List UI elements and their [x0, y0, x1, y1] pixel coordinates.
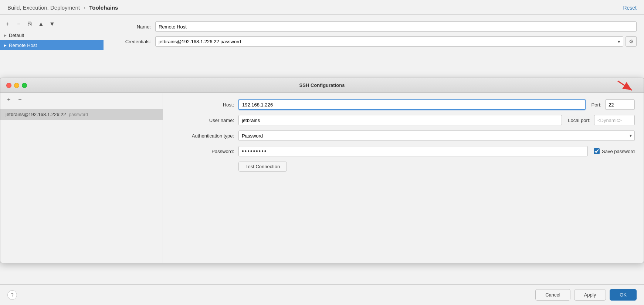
host-label: Host: — [172, 102, 238, 108]
password-row: Password: Save password — [172, 146, 635, 156]
test-connection-button[interactable]: Test Connection — [238, 162, 287, 172]
sidebar-item-label: Default — [9, 33, 24, 38]
auth-type-select[interactable]: Password Key pair OpenSSH config and aut… — [238, 131, 635, 141]
name-label: Name: — [111, 24, 155, 30]
copy-toolchain-button[interactable]: ⎘ — [25, 20, 35, 28]
ssh-body: + − jetbrains@192.168.1.226:22 password … — [0, 93, 644, 263]
sidebar-item-default[interactable]: ▶ Default — [0, 30, 104, 40]
save-password-checkbox[interactable] — [594, 148, 600, 154]
ok-button[interactable]: OK — [610, 289, 637, 301]
ssh-dialog: SSH Configurations + − — [0, 78, 644, 263]
bottom-bar: ? Cancel Apply OK — [0, 284, 644, 305]
credentials-select[interactable]: jetbrains@192.168.1.226:22 password — [155, 36, 623, 47]
ssh-sidebar: + − jetbrains@192.168.1.226:22 password — [0, 93, 163, 263]
top-header: Build, Execution, Deployment › Toolchain… — [0, 0, 644, 15]
sidebar-item-remote-host[interactable]: ▶ Remote Host — [0, 40, 104, 50]
local-port-label: Local port: — [568, 118, 590, 123]
breadcrumb-parent: Build, Execution, Deployment — [7, 4, 80, 11]
ssh-list-item[interactable]: jetbrains@192.168.1.226:22 password — [0, 109, 163, 120]
auth-type-select-wrap: Password Key pair OpenSSH config and aut… — [238, 131, 635, 141]
cancel-button[interactable]: Cancel — [535, 289, 570, 301]
credentials-gear-button[interactable]: ⚙ — [626, 36, 637, 47]
auth-type-label: Authentication type: — [172, 133, 238, 139]
action-buttons: Cancel Apply OK — [535, 289, 637, 301]
move-down-button[interactable]: ▼ — [47, 20, 57, 28]
apply-button[interactable]: Apply — [574, 289, 606, 301]
svg-line-1 — [618, 81, 632, 90]
port-label: Port: — [592, 102, 601, 108]
username-input[interactable] — [238, 115, 562, 125]
name-input[interactable] — [155, 21, 637, 32]
sidebar-arrow-icon: ▶ — [4, 33, 7, 37]
outer-dialog: Build, Execution, Deployment › Toolchain… — [0, 0, 644, 305]
ssh-dialog-title: SSH Configurations — [299, 82, 345, 88]
move-up-button[interactable]: ▲ — [36, 20, 46, 28]
close-window-button[interactable] — [6, 83, 11, 88]
ssh-credential-type: password — [69, 112, 88, 117]
breadcrumb: Build, Execution, Deployment › Toolchain… — [7, 4, 118, 11]
local-port-input[interactable] — [594, 115, 635, 125]
sidebar-item-label-selected: Remote Host — [9, 43, 37, 48]
gear-icon: ⚙ — [629, 38, 634, 44]
credentials-label: Credentials: — [111, 39, 155, 44]
host-row: Host: Port: — [172, 99, 635, 110]
username-label: User name: — [172, 118, 238, 123]
remove-toolchain-button[interactable]: − — [14, 20, 24, 28]
ssh-titlebar: SSH Configurations — [0, 78, 644, 93]
save-password-label: Save password — [602, 149, 635, 154]
breadcrumb-current: Toolchains — [89, 4, 118, 11]
port-input[interactable] — [605, 99, 635, 110]
save-password-section: Save password — [594, 148, 635, 154]
ssh-list: jetbrains@192.168.1.226:22 password — [0, 107, 163, 263]
sidebar-arrow-icon-selected: ▶ — [4, 43, 7, 47]
minimize-window-button[interactable] — [14, 83, 19, 88]
window-controls — [6, 83, 27, 88]
port-section: Port: — [592, 99, 635, 110]
test-connection-row: Test Connection — [238, 162, 635, 172]
ssh-form-panel: Host: Port: User name: Local port: — [163, 93, 644, 263]
annotation-arrow — [614, 78, 636, 95]
sidebar-toolbar: + − ⎘ ▲ ▼ — [0, 18, 104, 30]
credentials-input-wrap: jetbrains@192.168.1.226:22 password ▾ — [155, 36, 623, 47]
ssh-sidebar-toolbar: + − — [0, 93, 163, 107]
local-port-section: Local port: — [568, 115, 635, 125]
username-row: User name: Local port: — [172, 115, 635, 125]
reset-button[interactable]: Reset — [623, 5, 637, 11]
help-button[interactable]: ? — [7, 290, 17, 300]
name-row: Name: — [111, 21, 637, 32]
password-input[interactable] — [238, 146, 588, 156]
copy-icon: ⎘ — [28, 21, 32, 27]
breadcrumb-separator: › — [84, 4, 85, 11]
ssh-remove-button[interactable]: − — [15, 96, 25, 104]
credentials-row: Credentials: jetbrains@192.168.1.226:22 … — [111, 36, 637, 47]
maximize-window-button[interactable] — [22, 83, 27, 88]
add-toolchain-button[interactable]: + — [3, 20, 13, 28]
password-label: Password: — [172, 149, 238, 154]
auth-type-row: Authentication type: Password Key pair O… — [172, 131, 635, 141]
ssh-credential-text: jetbrains@192.168.1.226:22 — [6, 112, 66, 117]
ssh-add-button[interactable]: + — [4, 96, 14, 104]
host-input[interactable] — [238, 99, 586, 110]
